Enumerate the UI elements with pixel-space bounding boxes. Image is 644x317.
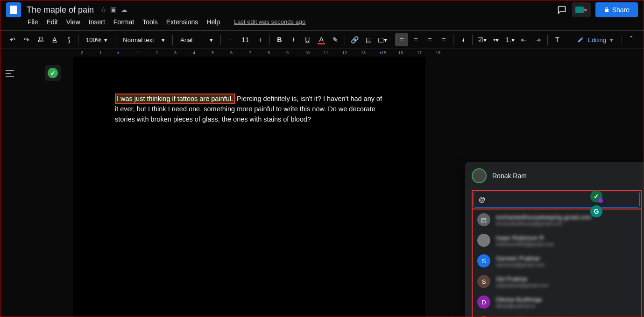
mention-texts: Isaac Robinson Rirobinson455@gmail.com bbox=[496, 234, 554, 247]
underline-icon[interactable]: U bbox=[301, 33, 314, 46]
comment-panel: Ronak Ram ▤enchantedhousekeeping gmail.c… bbox=[465, 162, 644, 317]
mention-avatar: ▤ bbox=[477, 213, 490, 226]
font-size[interactable]: 11 bbox=[238, 33, 253, 46]
menu-edit[interactable]: Edit bbox=[43, 16, 62, 28]
mention-texts: Sid Prakharsidprakhar@gmail.com bbox=[496, 275, 549, 288]
menu-insert[interactable]: Insert bbox=[85, 16, 109, 28]
highlight-icon[interactable]: ✎ bbox=[329, 33, 342, 46]
meet-button[interactable]: ▾ bbox=[572, 2, 591, 17]
align-center-icon[interactable]: ≡ bbox=[409, 33, 422, 46]
clear-format-icon[interactable]: T bbox=[551, 33, 564, 46]
redo-icon[interactable]: ↷ bbox=[20, 33, 33, 46]
menu-tools[interactable]: Tools bbox=[139, 16, 162, 28]
menu-extensions[interactable]: Extensions bbox=[163, 16, 202, 28]
grammarly-check-icon[interactable]: G bbox=[590, 205, 602, 217]
mention-item[interactable]: SSid Prakharsidprakhar@gmail.com bbox=[473, 271, 641, 292]
document-title[interactable]: The maple of pain bbox=[27, 5, 94, 15]
document-page[interactable]: I was just thinking if tattoos are painf… bbox=[73, 57, 425, 317]
indent-decrease-icon[interactable]: ⇤ bbox=[517, 33, 531, 46]
assign-check-icon[interactable]: ✓ bbox=[590, 190, 602, 202]
mention-item[interactable]: ▤enchantedhousekeeping gmail.comenchante… bbox=[473, 209, 641, 230]
print-icon[interactable]: 🖶 bbox=[34, 33, 47, 46]
commenter-name: Ronak Ram bbox=[492, 172, 527, 180]
indent-increase-icon[interactable]: ⇥ bbox=[531, 33, 545, 46]
font-select[interactable]: Arial ▾ bbox=[176, 33, 218, 46]
mention-avatar: D bbox=[477, 295, 490, 309]
line-spacing-icon[interactable]: ⫞ bbox=[456, 33, 469, 46]
add-comment-icon[interactable]: ▤ bbox=[362, 33, 375, 46]
share-label: Share bbox=[612, 6, 630, 14]
menu-help[interactable]: Help bbox=[203, 16, 224, 28]
share-button[interactable]: Share bbox=[595, 2, 638, 17]
mention-item[interactable]: DDiksha Budhirajadiksb@outlook.in bbox=[473, 292, 641, 312]
align-left-icon[interactable]: ≡ bbox=[395, 33, 408, 46]
mention-texts: Sameer Prakharsameerp@gmail.com bbox=[496, 255, 545, 267]
mention-item[interactable]: ▣connect@thecodebites.comconnect@thecode… bbox=[473, 312, 641, 317]
spellcheck-icon[interactable]: A bbox=[48, 33, 61, 46]
zoom-select[interactable]: 100% ▾ bbox=[81, 33, 112, 46]
bold-icon[interactable]: B bbox=[273, 33, 286, 46]
italic-icon[interactable]: I bbox=[287, 33, 300, 46]
menu-bar: File Edit View Insert Format Tools Exten… bbox=[0, 15, 644, 30]
docs-icon[interactable] bbox=[6, 2, 21, 17]
collapse-toolbar-icon[interactable]: ˆ bbox=[625, 33, 638, 46]
spellcheck-badge[interactable] bbox=[45, 65, 61, 81]
cloud-icon[interactable]: ☁ bbox=[120, 6, 127, 14]
mention-item[interactable]: Isaac Robinson Rirobinson455@gmail.com bbox=[473, 230, 641, 251]
ruler[interactable]: 2 1 ▾ 1 2 3 4 5 6 7 8 9 10 11 12 13 ▾ 15… bbox=[0, 49, 644, 57]
document-body[interactable]: I was just thinking if tattoos are painf… bbox=[115, 94, 383, 124]
menu-file[interactable]: File bbox=[24, 16, 42, 28]
bullet-list-icon[interactable]: •▾ bbox=[489, 33, 502, 46]
paint-format-icon[interactable]: ⟆ bbox=[62, 33, 75, 46]
align-justify-icon[interactable]: ≡ bbox=[437, 33, 450, 46]
mention-texts: enchantedhousekeeping gmail.comenchanted… bbox=[496, 214, 592, 226]
font-increase-icon[interactable]: + bbox=[254, 33, 267, 46]
editing-mode[interactable]: Editing ▾ bbox=[572, 36, 619, 43]
mention-list: ▤enchantedhousekeeping gmail.comenchante… bbox=[472, 209, 642, 317]
align-right-icon[interactable]: ≡ bbox=[423, 33, 436, 46]
mention-texts: Diksha Budhirajadiksb@outlook.in bbox=[496, 296, 542, 309]
last-edit-link[interactable]: Last edit was seconds ago bbox=[230, 16, 309, 28]
font-decrease-icon[interactable]: − bbox=[224, 33, 237, 46]
mention-avatar: S bbox=[477, 275, 490, 288]
number-list-icon[interactable]: 1.▾ bbox=[503, 33, 517, 46]
link-icon[interactable]: 🔗 bbox=[348, 33, 361, 46]
image-icon[interactable]: ▢▾ bbox=[376, 33, 389, 46]
menu-view[interactable]: View bbox=[63, 16, 84, 28]
highlighted-text[interactable]: I was just thinking if tattoos are painf… bbox=[115, 94, 235, 104]
text-color-icon[interactable]: A bbox=[315, 33, 328, 46]
mention-item[interactable]: SSameer Prakharsameerp@gmail.com bbox=[473, 251, 641, 271]
menu-format[interactable]: Format bbox=[110, 16, 138, 28]
mention-avatar bbox=[477, 234, 490, 247]
comment-history-icon[interactable] bbox=[556, 4, 567, 15]
outline-icon[interactable] bbox=[4, 68, 15, 77]
commenter-avatar bbox=[472, 168, 487, 183]
checklist-icon[interactable]: ☑▾ bbox=[475, 33, 488, 46]
paragraph-style[interactable]: Normal text ▾ bbox=[118, 33, 170, 46]
star-icon[interactable]: ☆ bbox=[100, 6, 106, 14]
comment-input[interactable] bbox=[474, 192, 640, 208]
undo-icon[interactable]: ↶ bbox=[6, 33, 19, 46]
move-icon[interactable]: ▣ bbox=[110, 6, 117, 14]
mention-avatar: S bbox=[477, 254, 490, 267]
toolbar: ↶ ↷ 🖶 A ⟆ 100% ▾ Normal text ▾ Arial ▾ −… bbox=[0, 30, 644, 49]
